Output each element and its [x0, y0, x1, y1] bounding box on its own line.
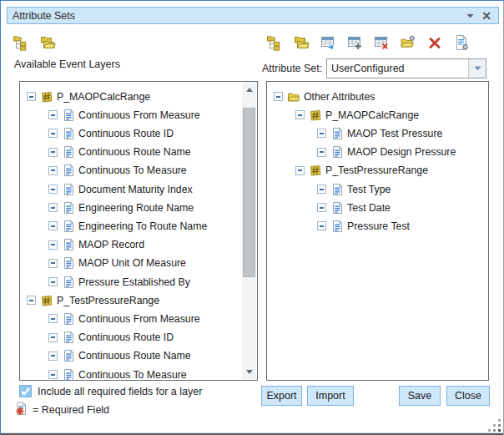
collapse-toggle[interactable]: [48, 129, 58, 138]
tree-item[interactable]: P_MAOPCalcRange: [20, 88, 241, 105]
field-icon: [62, 127, 75, 140]
tree-item[interactable]: Engineering Route Name: [20, 199, 241, 216]
dropdown-button[interactable]: [468, 59, 486, 78]
export-button[interactable]: Export: [261, 386, 302, 406]
collapse-toggle[interactable]: [295, 166, 305, 175]
collapse-toggle[interactable]: [48, 240, 58, 250]
collapse-toggle[interactable]: [48, 110, 58, 119]
minus-icon: [51, 151, 55, 153]
collapse-toggle[interactable]: [48, 277, 58, 286]
collapse-toggle[interactable]: [317, 221, 326, 230]
scroll-down-button[interactable]: [242, 365, 256, 379]
tree-item[interactable]: Document Maturity Index: [20, 180, 241, 198]
table-remove-button[interactable]: [372, 33, 391, 52]
collapse-toggle[interactable]: [295, 110, 305, 119]
field-icon: [62, 145, 75, 159]
import-button[interactable]: Import: [307, 386, 354, 406]
field-icon: [62, 256, 75, 270]
tree-item[interactable]: Test Date: [267, 199, 486, 216]
tree-item[interactable]: MAOP Unit Of Measure: [20, 255, 241, 272]
close-dialog-button[interactable]: Close: [446, 386, 490, 406]
delete-button[interactable]: [426, 33, 444, 52]
tree-item[interactable]: MAOP Design Pressure: [267, 144, 486, 161]
save-button[interactable]: Save: [399, 386, 441, 406]
minus-icon: [276, 96, 280, 98]
collapse-toggle[interactable]: [48, 166, 58, 175]
scrollbar[interactable]: [242, 83, 256, 379]
collapse-toggle[interactable]: [48, 259, 58, 268]
open-folders-button[interactable]: [38, 33, 57, 52]
tree-item[interactable]: Engineering To Route Name: [20, 217, 241, 235]
field-icon: [330, 127, 344, 140]
collapse-toggle[interactable]: [48, 221, 58, 230]
collapse-toggle[interactable]: [48, 370, 58, 379]
collapse-toggle[interactable]: [317, 148, 326, 157]
attribute-sets-dialog: Attribute Sets ✕: [0, 0, 504, 435]
tree-item-label: MAOP Record: [78, 239, 144, 250]
collapse-toggle[interactable]: [48, 148, 58, 157]
window-title: Attribute Sets: [8, 10, 75, 22]
collapse-toggle[interactable]: [48, 314, 58, 323]
tree-item[interactable]: P_TestPressureRange: [20, 291, 241, 309]
scrollbar-thumb[interactable]: [243, 108, 255, 277]
minus-icon: [51, 114, 55, 116]
collapse-toggle[interactable]: [317, 185, 326, 194]
collapse-toggle[interactable]: [48, 352, 58, 361]
tree-item[interactable]: Continuous To Measure: [20, 366, 241, 381]
tree-item[interactable]: Continuous From Measure: [20, 106, 241, 124]
tree-item[interactable]: Continuous Route ID: [20, 329, 241, 346]
field-icon: [62, 109, 75, 122]
tree-item-label: Engineering Route Name: [78, 202, 194, 214]
tree-item-label: P_TestPressureRange: [325, 164, 428, 176]
check-icon: [20, 386, 31, 397]
collapse-toggle[interactable]: [48, 185, 58, 194]
folder-settings-button[interactable]: [399, 33, 417, 52]
field-icon: [62, 238, 75, 251]
table-add-icon: [346, 34, 363, 51]
close-button[interactable]: ✕: [481, 10, 491, 22]
page-settings-button[interactable]: [452, 33, 471, 52]
field-icon: [62, 331, 75, 344]
layers-tree-button[interactable]: [12, 33, 30, 52]
layers-tree-button-2[interactable]: [265, 33, 284, 52]
collapse-toggle[interactable]: [317, 129, 326, 138]
tree-item-label: Continuous Route Name: [78, 350, 191, 362]
open-folders-icon: [39, 34, 56, 51]
tree-item[interactable]: MAOP Test Pressure: [267, 124, 486, 142]
collapse-toggle[interactable]: [27, 92, 36, 101]
tree-item[interactable]: Continuous To Measure: [20, 162, 241, 180]
collapse-button[interactable]: [466, 12, 474, 20]
include-required-checkbox[interactable]: [19, 385, 32, 397]
open-folders-button-2[interactable]: [292, 33, 310, 52]
collapse-toggle[interactable]: [274, 92, 283, 101]
required-field-icon: [14, 402, 28, 419]
table-remove-icon: [373, 34, 390, 51]
tree-item-label: Document Maturity Index: [78, 184, 193, 195]
collapse-toggle[interactable]: [317, 203, 326, 212]
table-export-button[interactable]: [319, 33, 337, 52]
tree-item[interactable]: Continuous Route Name: [20, 144, 241, 161]
attribute-set-select[interactable]: UserConfigured: [326, 58, 486, 78]
collapse-toggle[interactable]: [48, 333, 58, 342]
tree-item[interactable]: Pressure Established By: [20, 273, 241, 291]
open-folders-icon: [293, 34, 310, 51]
tree-item[interactable]: P_TestPressureRange: [267, 162, 486, 180]
field-icon: [330, 145, 344, 159]
tree-item[interactable]: Test Type: [267, 180, 486, 198]
tree-item[interactable]: Continuous Route ID: [20, 124, 241, 142]
tree-item[interactable]: Continuous Route Name: [20, 347, 241, 365]
tree-item[interactable]: Continuous From Measure: [20, 310, 241, 327]
tree-item[interactable]: Pressure Test: [267, 217, 486, 235]
tree-item-label: Continuous Route ID: [78, 128, 174, 139]
tree-item[interactable]: Other Attributes: [267, 88, 486, 105]
tree-item[interactable]: MAOP Record: [20, 236, 241, 254]
tree-item-label: Engineering To Route Name: [78, 220, 207, 232]
tree-item[interactable]: P_MAOPCalcRange: [267, 106, 486, 124]
attribute-set-value: UserConfigured: [327, 63, 468, 74]
field-icon: [62, 276, 75, 289]
table-add-button[interactable]: [345, 33, 364, 52]
scroll-up-button[interactable]: [242, 83, 256, 97]
collapse-toggle[interactable]: [27, 296, 36, 305]
collapse-toggle[interactable]: [48, 203, 58, 212]
minus-icon: [298, 169, 302, 171]
